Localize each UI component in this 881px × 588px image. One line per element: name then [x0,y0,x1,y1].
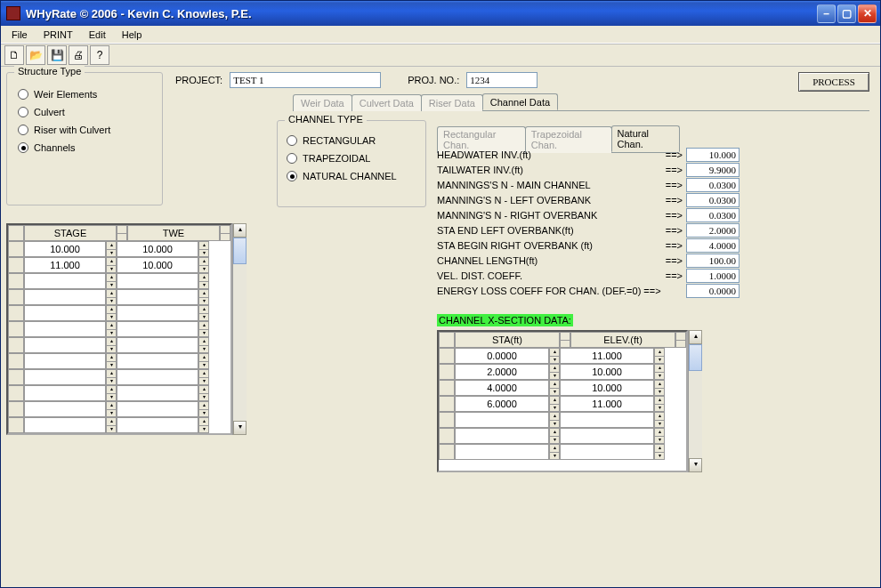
menu-help[interactable]: Help [115,28,150,42]
menu-edit[interactable]: Edit [82,28,113,42]
project-input[interactable] [230,72,381,88]
spin-control[interactable]: ▴▾ [198,337,209,353]
row-header[interactable] [8,241,24,257]
spin-control[interactable]: ▴▾ [198,385,209,401]
param-input-6[interactable] [686,238,740,253]
new-icon[interactable]: 🗋 [4,45,24,65]
spin-control[interactable]: ▴▾ [198,401,209,417]
param-input-2[interactable] [686,178,740,192]
spin-control[interactable]: ▴▾ [549,412,560,428]
row-header[interactable] [8,273,24,289]
cell[interactable] [117,337,198,353]
row-header[interactable] [439,428,455,444]
spin-control[interactable]: ▴▾ [654,348,665,364]
subtab-natural-chan-[interactable]: Natural Chan. [611,125,680,152]
channel-type-radio-2[interactable]: NATURAL CHANNEL [287,167,416,185]
cell[interactable]: 10.000 [560,380,654,396]
row-header[interactable] [8,257,24,273]
scroll-down-icon[interactable]: ▾ [233,421,247,435]
row-header[interactable] [439,348,455,364]
cell[interactable] [24,417,106,433]
param-input-1[interactable] [686,163,740,177]
cell[interactable] [117,385,198,401]
cell[interactable]: 10.000 [560,364,654,380]
cell[interactable] [455,444,549,460]
cell[interactable]: 10.000 [24,241,106,257]
close-button[interactable]: ✕ [858,4,877,23]
row-header[interactable] [8,401,24,417]
param-input-3[interactable] [686,193,740,207]
spin-control[interactable]: ▴▾ [106,417,117,433]
scroll-down-icon[interactable]: ▾ [689,458,702,472]
spin-control[interactable]: ▴▾ [654,412,665,428]
spin-control[interactable]: ▴▾ [549,364,560,380]
projno-input[interactable] [466,72,537,88]
spin-control[interactable]: ▴▾ [549,380,560,396]
row-header[interactable] [439,396,455,412]
cell[interactable] [24,353,106,369]
cell[interactable] [24,289,106,305]
scroll-up-icon[interactable]: ▴ [233,223,247,238]
row-header[interactable] [8,337,24,353]
spin-control[interactable]: ▴▾ [198,321,209,337]
cell[interactable]: 2.0000 [455,364,549,380]
row-header[interactable] [8,353,24,369]
spin-control[interactable]: ▴▾ [549,396,560,412]
structure-radio-0[interactable]: Weir Elements [18,85,151,103]
spin-control[interactable]: ▴▾ [654,364,665,380]
cell[interactable] [24,273,106,289]
print-icon[interactable]: 🖨 [69,45,88,65]
channel-type-radio-0[interactable]: RECTANGULAR [287,132,416,149]
spin-control[interactable]: ▴▾ [106,257,117,273]
cell[interactable] [24,337,106,353]
cell[interactable] [117,369,198,385]
tab-weir-data[interactable]: Weir Data [293,94,352,111]
param-input-7[interactable] [686,254,740,268]
row-header[interactable] [8,305,24,321]
spin-control[interactable]: ▴▾ [106,305,117,321]
spin-control[interactable]: ▴▾ [106,353,117,369]
cell[interactable]: 11.000 [24,257,106,273]
menu-print[interactable]: PRINT [36,28,80,42]
param-input-8[interactable] [686,269,740,283]
structure-radio-2[interactable]: Riser with Culvert [18,121,151,139]
cell[interactable] [24,385,106,401]
structure-radio-3[interactable]: Channels [18,139,151,157]
cell[interactable] [117,289,198,305]
scroll-thumb[interactable] [689,344,702,371]
cell[interactable]: 10.000 [117,241,198,257]
spin-control[interactable]: ▴▾ [106,337,117,353]
cell[interactable] [117,305,198,321]
tab-culvert-data[interactable]: Culvert Data [352,94,422,111]
row-header[interactable] [8,289,24,305]
row-header[interactable] [8,417,24,433]
spin-control[interactable]: ▴▾ [198,241,209,257]
cell[interactable] [24,305,106,321]
spin-control[interactable]: ▴▾ [198,353,209,369]
channel-type-radio-1[interactable]: TRAPEZOIDAL [287,149,416,167]
spin-control[interactable]: ▴▾ [198,273,209,289]
spin-control[interactable]: ▴▾ [549,428,560,444]
cell[interactable] [117,401,198,417]
cell[interactable] [560,412,654,428]
spin-control[interactable]: ▴▾ [549,444,560,460]
row-header[interactable] [8,385,24,401]
row-header[interactable] [439,444,455,460]
cell[interactable] [455,412,549,428]
cell[interactable] [117,353,198,369]
spin-control[interactable]: ▴▾ [198,257,209,273]
cell[interactable] [560,428,654,444]
cell[interactable]: 0.0000 [455,348,549,364]
spin-control[interactable]: ▴▾ [654,444,665,460]
param-input-0[interactable] [686,148,740,162]
row-header[interactable] [439,412,455,428]
xsection-scrollbar[interactable]: ▴ ▾ [688,330,702,472]
spin-control[interactable]: ▴▾ [106,321,117,337]
spin-control[interactable]: ▴▾ [654,396,665,412]
cell[interactable] [455,428,549,444]
cell[interactable]: 10.000 [117,257,198,273]
open-icon[interactable]: 📂 [26,45,45,65]
structure-radio-1[interactable]: Culvert [18,103,151,121]
scroll-up-icon[interactable]: ▴ [689,330,702,344]
cell[interactable] [117,417,198,433]
